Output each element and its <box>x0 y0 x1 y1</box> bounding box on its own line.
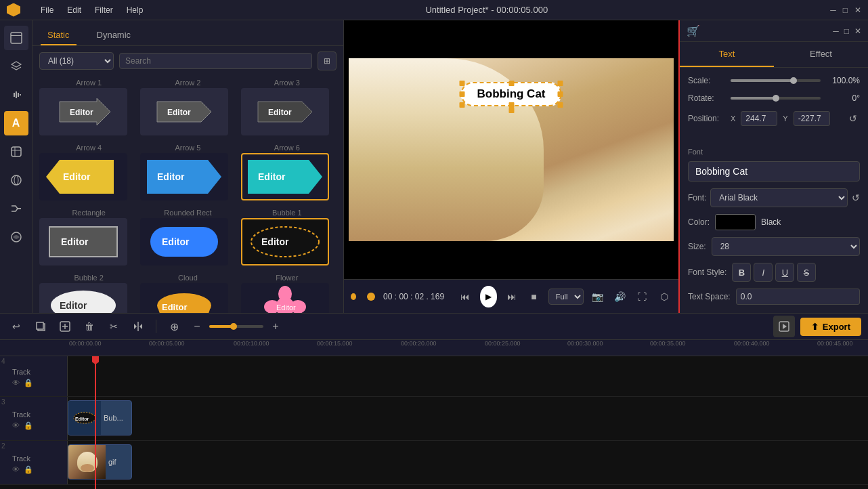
ruler-mark-25: 00:00:25.000 <box>485 340 521 347</box>
fullscreen-button[interactable]: ⛶ <box>634 287 650 306</box>
undo-button[interactable]: ↩ <box>7 317 26 336</box>
search-input[interactable] <box>119 53 312 69</box>
maximize-button[interactable]: □ <box>843 5 848 15</box>
track-visibility-3[interactable]: 👁 <box>12 421 20 430</box>
track-lock-4[interactable]: 🔒 <box>24 379 33 387</box>
menu-file[interactable]: File <box>41 5 53 15</box>
gif-clip[interactable]: gif <box>68 444 132 480</box>
sidebar-icon-transitions[interactable] <box>4 196 28 221</box>
style-underline[interactable]: U <box>775 263 794 282</box>
sidebar-icon-text[interactable]: A <box>4 111 28 135</box>
tab-effect[interactable]: Effect <box>774 42 868 67</box>
sidebar-icon-stickers[interactable] <box>4 140 28 164</box>
minimize-button[interactable]: ─ <box>830 5 836 15</box>
panel-close[interactable]: ✕ <box>854 26 861 36</box>
zoom-out[interactable]: − <box>189 318 205 335</box>
font-reset[interactable]: ↺ <box>852 192 860 203</box>
copy-clip-button[interactable] <box>31 317 50 336</box>
style-strikethrough[interactable]: S̶ <box>797 263 816 282</box>
media-library-button[interactable] <box>773 316 795 337</box>
audio-button[interactable]: 🔊 <box>612 287 628 306</box>
rotate-slider[interactable] <box>731 97 821 100</box>
tab-static[interactable]: Static <box>41 26 77 45</box>
screenshot-button[interactable]: 📷 <box>590 287 606 306</box>
font-text-input[interactable] <box>688 161 860 182</box>
text-overlay: Bobbing Cat <box>477 87 545 100</box>
color-swatch[interactable] <box>715 214 756 230</box>
text-spacing-input[interactable] <box>736 289 860 305</box>
sidebar-icon-audio[interactable] <box>4 83 28 107</box>
sidebar-icon-layers[interactable] <box>4 54 28 79</box>
style-bold[interactable]: B <box>732 263 751 282</box>
track-lock-3[interactable]: 🔒 <box>24 421 33 430</box>
close-button[interactable]: ✕ <box>854 5 861 15</box>
template-arrow5[interactable]: Editor <box>140 153 228 200</box>
template-arrow6[interactable]: Editor <box>241 153 329 200</box>
track-content-4[interactable] <box>68 356 868 396</box>
next-button[interactable]: ⏭ <box>504 287 519 306</box>
export-button[interactable]: ⬆ Export <box>800 318 861 336</box>
menu-edit[interactable]: Edit <box>67 5 81 15</box>
text-clip[interactable]: Editor Bub... <box>68 400 132 435</box>
panel-tabs: Static Dynamic <box>32 20 343 46</box>
flower-label: Flower <box>238 274 337 282</box>
size-select[interactable]: 28 24 32 <box>712 237 860 256</box>
template-cloud[interactable]: Editor <box>140 283 228 313</box>
y-input[interactable] <box>794 111 830 126</box>
template-flower[interactable]: Editor <box>241 283 329 313</box>
track-row-2: 2 Track 👁 🔒 <box>0 441 868 485</box>
tab-text[interactable]: Text <box>680 42 774 67</box>
menu-filter[interactable]: Filter <box>95 5 113 15</box>
style-italic[interactable]: I <box>754 263 773 282</box>
template-arrow2[interactable]: Editor <box>140 88 228 135</box>
pip-button[interactable]: ⬡ <box>656 287 672 306</box>
menu-help[interactable]: Help <box>127 5 144 15</box>
panel-maximize[interactable]: □ <box>844 26 849 36</box>
sidebar-icon-effects[interactable] <box>4 168 28 192</box>
stop-button[interactable]: ■ <box>526 287 542 306</box>
cut-button[interactable]: ✂ <box>104 317 123 336</box>
ruler-mark-10: 00:00:10.000 <box>234 340 269 347</box>
position-reset[interactable]: ↺ <box>846 112 860 125</box>
svg-text:Editor: Editor <box>60 300 87 311</box>
trim-button[interactable]: ⊕ <box>165 317 183 336</box>
template-rounded-rect[interactable]: Editor <box>140 218 228 265</box>
svg-text:Editor: Editor <box>261 236 289 247</box>
template-bubble1[interactable]: Editor <box>241 218 329 265</box>
template-rectangle[interactable]: Editor <box>39 218 127 265</box>
x-input[interactable] <box>741 111 777 126</box>
add-clip-button[interactable] <box>56 317 74 336</box>
scale-slider[interactable] <box>731 79 821 82</box>
track-lock-2[interactable]: 🔒 <box>24 465 33 474</box>
zoom-slider-track[interactable] <box>209 325 263 328</box>
prev-button[interactable]: ⏮ <box>458 287 473 306</box>
font-select[interactable]: Arial Black Arial Times New Roman <box>710 188 848 207</box>
progress-thumb[interactable] <box>367 293 375 301</box>
template-arrow1[interactable]: Editor <box>39 88 127 135</box>
toolbar-divider <box>156 320 156 333</box>
bubble1-label: Bubble 1 <box>238 209 337 217</box>
right-panel: 🛒 ─ □ ✕ Text Effect Scale: 100.0% <box>678 20 868 313</box>
template-arrow3[interactable]: Editor <box>241 88 329 135</box>
svg-text:Editor: Editor <box>162 236 190 247</box>
track-content-3[interactable]: Editor Bub... <box>68 397 868 440</box>
play-button[interactable]: ▶ <box>480 286 498 307</box>
track-visibility-2[interactable]: 👁 <box>12 465 20 474</box>
ruler-mark-35: 00:00:35.000 <box>650 340 686 347</box>
panel-minimize[interactable]: ─ <box>833 26 839 36</box>
tab-dynamic[interactable]: Dynamic <box>90 26 138 45</box>
grid-view-button[interactable]: ⊞ <box>318 51 337 70</box>
delete-button[interactable]: 🗑 <box>80 317 99 336</box>
template-arrow4[interactable]: Editor <box>39 153 127 200</box>
track-visibility-4[interactable]: 👁 <box>12 379 20 387</box>
quality-select[interactable]: Full <box>548 289 584 305</box>
sidebar-icon-media[interactable] <box>4 26 28 50</box>
cart-icon[interactable]: 🛒 <box>687 24 700 37</box>
template-bubble2[interactable]: Editor <box>39 283 127 313</box>
zoom-in[interactable]: + <box>267 318 284 335</box>
track-content-2[interactable]: gif <box>68 441 868 484</box>
split-button[interactable] <box>129 317 148 336</box>
properties-section: Scale: 100.0% Rotate: 0° Position: <box>680 68 868 142</box>
sidebar-icon-filters[interactable] <box>4 225 28 249</box>
filter-dropdown[interactable]: All (18) <box>39 52 114 70</box>
